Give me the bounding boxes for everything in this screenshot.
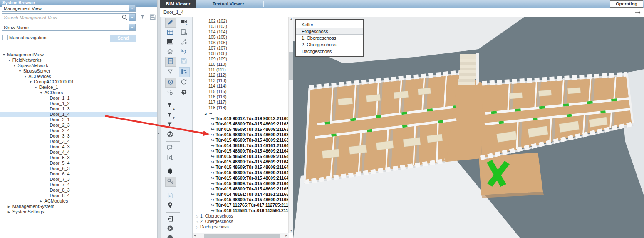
tree-item-Door_1_1[interactable]: Door_1_1	[0, 95, 157, 101]
tree-item-Door_8_3[interactable]: Door_8_3	[0, 188, 157, 193]
tree-item-Door_2_3[interactable]: Door_2_3	[0, 123, 157, 128]
door-link-item[interactable]: ↪Tür-014 48161:Tür-014 48161:211652	[193, 192, 294, 197]
target-select-button[interactable]	[165, 78, 176, 88]
expanded-arrow-icon[interactable]: ▼	[18, 68, 23, 74]
auto-hide-pin-icon[interactable]	[634, 9, 642, 17]
tree-item-ManagementSystem[interactable]: ▶ManagementSystem	[0, 204, 157, 209]
room-item[interactable]: 118 (118)	[193, 105, 294, 110]
expanded-arrow-icon[interactable]: ▼	[8, 58, 12, 63]
document-settings-button[interactable]	[179, 28, 189, 37]
send-button[interactable]: Send	[110, 35, 136, 42]
door-link-item[interactable]: ↪Tür-018 113584:Tür-018 113584:211682	[193, 208, 294, 213]
horizontal-scrollbar[interactable]: ◀ ▶	[193, 233, 289, 238]
tree-item-ACModules[interactable]: ▶ACModules	[0, 198, 157, 204]
room-item[interactable]: 112 (112)	[193, 73, 294, 78]
floor-popup-item-2-obergeschoss[interactable]: 2. Obergeschoss	[296, 41, 363, 48]
door-link-item[interactable]: ↪Tür-015 48609:Tür-015 48609:211647	[193, 170, 294, 175]
floor-popup-item-dachgeschoss[interactable]: Dachgeschoss	[296, 48, 363, 55]
settings-gear-button[interactable]	[179, 88, 189, 97]
search-dropdown-icon[interactable]: ▼	[129, 14, 135, 21]
tab-textual-viewer[interactable]: Textual Viewer	[207, 0, 250, 8]
tree-item-ACDoors[interactable]: ▼ACDoors	[0, 90, 157, 95]
tree-item-GroupACC0000001[interactable]: ▼GroupACC0000001	[0, 79, 157, 85]
tree-item-Device_1[interactable]: ▼Device_1	[0, 85, 157, 90]
floor-item[interactable]: ▷2. Obergeschoss	[193, 219, 294, 224]
floor-item[interactable]: ▷Dachgeschoss	[193, 224, 294, 230]
scroll-left-icon[interactable]: ◀	[193, 233, 197, 238]
door-link-item[interactable]: ↪Tür-015 48609:Tür-015 48609:211642	[193, 148, 294, 154]
horizontal-scroll-thumb[interactable]	[204, 234, 280, 238]
expanded-arrow-icon[interactable]: ▼	[35, 85, 39, 90]
tree-item-ACDevices[interactable]: ▼ACDevices	[0, 74, 157, 79]
room-item[interactable]: 115 (115)	[193, 89, 294, 94]
door-link-item[interactable]: ↪Tür-015 48609:Tür-015 48609:211653	[193, 197, 294, 203]
door-link-item[interactable]: ↪Tür-019 90012:Tür-019 90012:211607	[193, 116, 294, 121]
bim-3d-viewport[interactable]: KellerErdgeschoss1. Obergeschoss2. Oberg…	[293, 17, 644, 238]
room-item[interactable]: 103 (103)	[193, 24, 294, 29]
tree-item-Door_3_4[interactable]: Door_3_4	[0, 139, 157, 144]
alarm-bell-button[interactable]	[165, 167, 175, 176]
room-item[interactable]: 109 (109)	[193, 56, 294, 62]
chevron-down-icon[interactable]: ▼	[129, 5, 135, 11]
panel-splitter[interactable]: ◂	[157, 0, 161, 238]
door-link-item[interactable]: ↪Tür-015 48609:Tür-015 48609:211643	[193, 154, 294, 159]
floor-item[interactable]: ▷1. Obergeschoss	[193, 213, 294, 219]
comment-settings-button[interactable]	[165, 144, 175, 153]
operating-mode-button[interactable]: Operating	[610, 0, 643, 8]
expanded-arrow-icon[interactable]: ▼	[40, 90, 45, 95]
cancel-circle-button[interactable]	[165, 224, 175, 233]
room-item[interactable]: 105 (105)	[193, 35, 294, 40]
collapsed-arrow-icon[interactable]: ▶	[8, 209, 12, 215]
model-tree-button[interactable]	[179, 67, 190, 77]
door-link-item[interactable]: ↪Tür-014 48161:Tür-014 48161:211641	[193, 143, 294, 148]
expanded-arrow-icon[interactable]: ▼	[29, 79, 34, 85]
tree-item-Door_7_4[interactable]: Door_7_4	[0, 182, 157, 188]
filter-1-button[interactable]: 1	[165, 101, 175, 110]
room-item[interactable]: 110 (110)	[193, 62, 294, 67]
location-pin-button[interactable]	[165, 201, 175, 210]
notes-list-button[interactable]	[165, 57, 176, 67]
tree-item-Door_4_4[interactable]: Door_4_4	[0, 150, 157, 155]
pdf-document-button[interactable]	[165, 191, 175, 200]
tree-item-SipassNetwork[interactable]: ▼SipassNetwork	[0, 63, 157, 68]
search-input[interactable]	[2, 15, 121, 20]
room-item[interactable]: 104 (104)	[193, 29, 294, 35]
tree-item-Door_7_3[interactable]: Door_7_3	[0, 177, 157, 182]
scroll-right-icon[interactable]: ▶	[284, 233, 289, 238]
collapsed-caret-icon[interactable]: ▷	[196, 225, 200, 230]
tree-item-Door_8_4[interactable]: Door_8_4	[0, 193, 157, 198]
door-link-item[interactable]: ↪Tür-015 48609:Tür-015 48609:211645	[193, 159, 294, 165]
access-key-button[interactable]	[165, 177, 176, 187]
room-item[interactable]: 113 (113)	[193, 78, 294, 83]
image-view-button[interactable]	[165, 38, 175, 47]
pen-tool-button[interactable]	[165, 18, 176, 28]
fan-sector-button[interactable]	[165, 130, 175, 139]
filter-icon[interactable]	[139, 13, 148, 21]
display-mode-selector[interactable]: Show Name ▼	[2, 24, 136, 31]
document-search-button[interactable]	[165, 153, 175, 163]
tree-item-Door_4_3[interactable]: Door_4_3	[0, 144, 157, 150]
tree-item-Door_1_2[interactable]: Door_1_2	[0, 101, 157, 106]
room-item[interactable]: 117 (117)	[193, 100, 294, 105]
room-item[interactable]: 108 (108)	[193, 51, 294, 56]
tree-item-Door_5_3[interactable]: Door_5_3	[0, 155, 157, 160]
tree-item-FieldNetworks[interactable]: ▼FieldNetworks	[0, 58, 157, 63]
tree-item-Door_2_4[interactable]: Door_2_4	[0, 128, 157, 133]
floor-popup-item-1-obergeschoss[interactable]: 1. Obergeschoss	[296, 35, 363, 41]
tree-item-Door_2_1[interactable]: Door_2_1	[0, 117, 157, 123]
room-item[interactable]: 114 (114)	[193, 83, 294, 89]
door-link-item[interactable]: ↪Tür-017 112765:Tür-017 112765:211680	[193, 203, 294, 208]
tab-bim-viewer[interactable]: BIM Viewer	[160, 0, 196, 8]
room-item[interactable]: 107 (107)	[193, 45, 294, 51]
link-circles-button[interactable]	[165, 88, 175, 97]
tree-item-SystemSettings[interactable]: ▶SystemSettings	[0, 209, 157, 215]
tree-item-Door_3_3[interactable]: Door_3_3	[0, 133, 157, 139]
tree-item-Door_1_4[interactable]: Door_1_4	[0, 112, 157, 117]
floor-popup-item-erdgeschoss[interactable]: Erdgeschoss	[296, 28, 363, 35]
door-link-item[interactable]: ↪Tür-015 48609:Tür-015 48609:211639	[193, 138, 294, 143]
floor-popup-item-keller[interactable]: Keller	[296, 21, 363, 28]
tree-item-ManagementView[interactable]: ▼ManagementView	[0, 52, 157, 58]
door-link-item[interactable]: ↪Tür-015 48609:Tür-015 48609:211637	[193, 127, 294, 132]
tree-item-Door_1_3[interactable]: Door_1_3	[0, 106, 157, 112]
room-item[interactable]: 102 (102)	[193, 18, 294, 24]
